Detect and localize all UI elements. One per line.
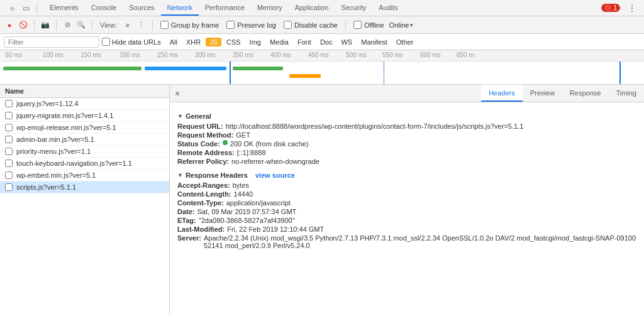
- disable-cache-label: Disable cache: [294, 21, 338, 29]
- referrer-policy-value: no-referrer-when-downgrade: [231, 158, 319, 165]
- timeline-waterfall[interactable]: [0, 62, 644, 84]
- general-section-header: ▼ General: [177, 112, 636, 120]
- filter-img-button[interactable]: Img: [246, 38, 265, 46]
- disable-cache-checkbox[interactable]: Disable cache: [284, 21, 338, 29]
- tab-sources[interactable]: Sources: [123, 0, 160, 16]
- file-item[interactable]: touch-keyboard-navigation.js?ver=1.1: [0, 158, 169, 170]
- name-column-header: Name: [5, 87, 164, 95]
- file-item[interactable]: jquery.js?ver=1.12.4: [0, 98, 169, 110]
- online-select[interactable]: Online ▾: [389, 21, 414, 29]
- preserve-log-input[interactable]: [226, 21, 235, 29]
- tab-audits[interactable]: Audits: [372, 0, 404, 16]
- tab-elements[interactable]: Elements: [43, 0, 85, 16]
- close-panel-button[interactable]: ×: [170, 89, 185, 99]
- tab-console[interactable]: Console: [85, 0, 123, 16]
- filter-doc-button[interactable]: Doc: [316, 38, 336, 46]
- tick-50ms: 50 ms: [5, 51, 22, 58]
- file-checkbox-1[interactable]: [5, 100, 13, 107]
- more-options-button[interactable]: ⋮: [623, 3, 641, 13]
- file-name-5: priority-menu.js?ver=1.1: [16, 148, 91, 155]
- tab-security[interactable]: Security: [335, 0, 372, 16]
- request-method-key: Request Method:: [177, 131, 233, 139]
- offline-input[interactable]: [353, 21, 362, 29]
- mobile-icon[interactable]: ▭: [20, 3, 31, 14]
- filter-xhr-button[interactable]: XHR: [182, 38, 204, 46]
- tick-150ms: 150 ms: [80, 51, 101, 58]
- file-item[interactable]: wp-emoji-release.min.js?ver=5.1: [0, 122, 169, 134]
- main-content: Name jquery.js?ver=1.12.4 jquery-migrate…: [0, 85, 644, 314]
- content-length-row: Content-Length: 14440: [177, 190, 636, 198]
- hide-data-urls-input[interactable]: [102, 38, 110, 46]
- filter-other-button[interactable]: Other: [392, 38, 418, 46]
- filter-font-button[interactable]: Font: [294, 38, 315, 46]
- sub-tab-headers[interactable]: Headers: [481, 85, 523, 102]
- request-url-value: http://localhost:8888/wordpress/wp-conte…: [226, 122, 524, 130]
- dropdown-arrow-icon: ▾: [410, 22, 413, 28]
- view-source-link[interactable]: view source: [255, 171, 295, 179]
- filter-type-buttons: All XHR JS CSS Img Media Font Doc WS Man…: [166, 38, 418, 46]
- triangle-icon-2: ▼: [177, 172, 183, 178]
- request-url-key: Request URL:: [177, 122, 223, 130]
- tick-450ms: 450 ms: [308, 51, 329, 58]
- record-button[interactable]: ●: [4, 19, 15, 31]
- file-checkbox-6[interactable]: [5, 160, 13, 167]
- tab-network[interactable]: Network: [161, 0, 199, 16]
- file-item-selected[interactable]: scripts.js?ver=5.1.1: [0, 181, 169, 193]
- filter-js-button[interactable]: JS: [206, 38, 221, 46]
- timeline-marker-blue: [230, 62, 231, 84]
- search-button[interactable]: 🔍: [75, 19, 87, 31]
- file-checkbox-8[interactable]: [5, 183, 13, 191]
- clear-button[interactable]: 🚫: [18, 19, 29, 31]
- file-name-6: touch-keyboard-navigation.js?ver=1.1: [16, 160, 132, 167]
- headers-content[interactable]: ▼ General Request URL: http://localhost:…: [170, 102, 644, 314]
- tab-performance[interactable]: Performance: [199, 0, 251, 16]
- view-label: View:: [100, 21, 117, 29]
- devtools-icons: ⟐ ▭: [3, 3, 43, 14]
- filter-manifest-button[interactable]: Manifest: [357, 38, 391, 46]
- file-item[interactable]: jquery-migrate.min.js?ver=1.4.1: [0, 110, 169, 122]
- file-checkbox-7[interactable]: [5, 171, 13, 179]
- hide-data-urls-checkbox[interactable]: Hide data URLs: [102, 38, 161, 46]
- tab-application[interactable]: Application: [289, 0, 335, 16]
- separator: [36, 3, 37, 13]
- file-checkbox-5[interactable]: [5, 148, 13, 155]
- content-length-value: 14440: [234, 190, 253, 198]
- status-code-key: Status Code:: [177, 140, 220, 148]
- timeline-area[interactable]: 50 ms 100 ms 150 ms 200 ms 250 ms 300 ms…: [0, 50, 644, 85]
- filter-input[interactable]: [4, 36, 99, 48]
- group-by-frame-input[interactable]: [160, 21, 169, 29]
- filter-css-button[interactable]: CSS: [223, 38, 245, 46]
- tree-view-button[interactable]: ⋮: [136, 19, 147, 31]
- filter-media-button[interactable]: Media: [266, 38, 292, 46]
- offline-checkbox[interactable]: Offline: [353, 21, 384, 29]
- tab-memory[interactable]: Memory: [251, 0, 289, 16]
- file-checkbox-4[interactable]: [5, 136, 13, 143]
- camera-button[interactable]: 📷: [40, 19, 51, 31]
- list-view-button[interactable]: ≡: [122, 19, 133, 31]
- filter-button[interactable]: ⊘: [62, 19, 73, 31]
- disable-cache-input[interactable]: [284, 21, 292, 29]
- status-code-row: Status Code: 200 OK (from disk cache): [177, 140, 636, 148]
- file-checkbox-2[interactable]: [5, 112, 13, 119]
- last-modified-row: Last-Modified: Fri, 22 Feb 2019 12:10:44…: [177, 225, 636, 233]
- offline-label: Offline: [364, 21, 384, 29]
- cursor-icon[interactable]: ⟐: [6, 3, 18, 14]
- sub-tab-response[interactable]: Response: [562, 85, 609, 102]
- date-row: Date: Sat, 09 Mar 2019 07:57:34 GMT: [177, 208, 636, 215]
- group-by-frame-checkbox[interactable]: Group by frame: [160, 21, 219, 29]
- filter-ws-button[interactable]: WS: [337, 38, 356, 46]
- sub-tab-timing[interactable]: Timing: [608, 85, 644, 102]
- file-name-7: wp-embed.min.js?ver=5.1: [16, 171, 96, 179]
- request-method-row: Request Method: GET: [177, 131, 636, 139]
- remote-address-value: [::1]:8888: [237, 149, 266, 156]
- filter-all-button[interactable]: All: [166, 38, 181, 46]
- sub-tab-preview[interactable]: Preview: [523, 85, 562, 102]
- file-name-3: wp-emoji-release.min.js?ver=5.1: [16, 124, 116, 131]
- tick-500ms: 500 ms: [346, 51, 367, 58]
- file-item[interactable]: wp-embed.min.js?ver=5.1: [0, 170, 169, 181]
- request-method-value: GET: [236, 131, 250, 139]
- file-item[interactable]: priority-menu.js?ver=1.1: [0, 146, 169, 158]
- preserve-log-checkbox[interactable]: Preserve log: [226, 21, 276, 29]
- file-checkbox-3[interactable]: [5, 124, 13, 131]
- file-item[interactable]: admin-bar.min.js?ver=5.1: [0, 134, 169, 146]
